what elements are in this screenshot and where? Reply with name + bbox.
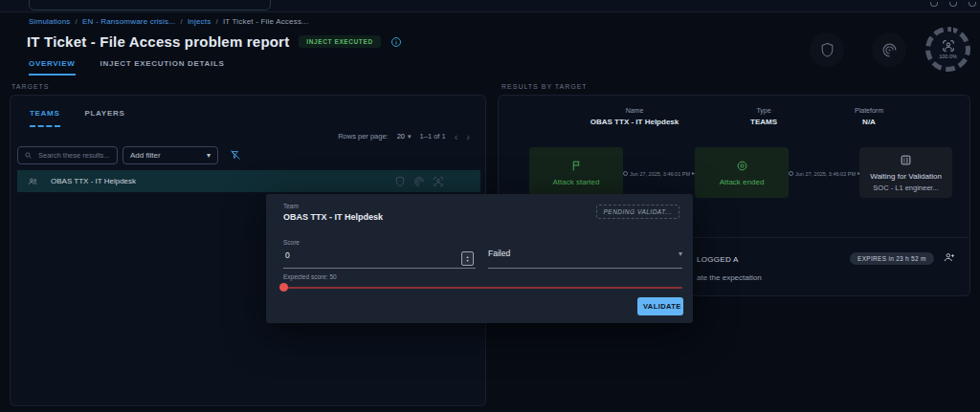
validation-dialog: Team OBAS TTX - IT Helpdesk PENDING VALI… <box>266 194 693 323</box>
breadcrumb: Simulations / EN - Ransomware crisis... … <box>29 17 308 26</box>
result-select[interactable]: Failed ▾ <box>488 249 682 258</box>
detection-button[interactable] <box>872 33 906 67</box>
tab-teams[interactable]: TEAMS <box>30 109 60 127</box>
info-icon[interactable] <box>390 36 402 48</box>
rows-per-page-label: Rows per page: <box>338 132 389 141</box>
timeline-connector: Jun 27, 2025, 3:46:01 PM ▸ <box>623 167 695 180</box>
input-underline <box>283 268 476 269</box>
team-name: OBAS TTX - IT Helpdesk <box>283 212 383 222</box>
tab-players[interactable]: PLAYERS <box>85 109 125 127</box>
expectation-title-fragment: LOGGED A <box>697 255 739 264</box>
search-box <box>17 146 118 164</box>
timeline-step-label: Waiting for Validation <box>870 172 942 181</box>
type-value: TEAMS <box>725 118 802 126</box>
timeline-connector: Jun 27, 2025, 3:46:02 PM ▸ <box>789 167 859 180</box>
platform-value: N/A <box>831 118 907 126</box>
expires-badge: EXPIRES in 23 h 52 m <box>850 252 934 265</box>
score-slider[interactable] <box>283 283 682 293</box>
platform-label: Plateform <box>831 107 907 114</box>
topbar-icon[interactable] <box>930 2 938 7</box>
status-badge: INJECT EXECUTED <box>299 35 380 48</box>
name-label: Name <box>553 107 716 114</box>
score-input[interactable] <box>283 249 451 261</box>
breadcrumb-separator: / <box>215 17 217 26</box>
target-icon <box>736 160 748 172</box>
pagination-range: 1–1 of 1 <box>420 132 446 141</box>
slider-rail <box>283 287 682 289</box>
tab-inject-execution-details[interactable]: INJECT EXECUTION DETAILS <box>100 59 225 76</box>
clear-filters-button[interactable] <box>230 149 241 161</box>
timeline-timestamp: Jun 27, 2025, 3:46:02 PM <box>795 171 856 177</box>
score-ring-value: 100.0% <box>939 54 957 59</box>
number-stepper[interactable]: ▴▾ <box>461 251 474 266</box>
page-header: IT Ticket - File Access problem report I… <box>27 33 402 50</box>
validate-button[interactable]: VALIDATE <box>637 297 683 315</box>
name-value: OBAS TTX - IT Helpdesk <box>553 118 716 126</box>
result-select-value: Failed <box>488 249 510 258</box>
chevron-down-icon: ▾ <box>466 259 468 263</box>
team-row-label: OBAS TTX - IT Helpdesk <box>51 177 383 185</box>
top-bar <box>0 0 980 12</box>
add-user-icon[interactable] <box>943 250 956 264</box>
timeline-step-waiting-validation: Waiting for Validation SOC - L1 engineer… <box>859 147 952 198</box>
add-filter-label: Add filter <box>130 151 161 160</box>
validation-grid-icon <box>900 154 912 166</box>
app-root: Simulations / EN - Ransomware crisis... … <box>0 0 980 412</box>
timeline-timestamp: Jun 27, 2025, 3:46:01 PM <box>630 171 690 177</box>
score-label: Score <box>283 239 300 246</box>
flag-icon <box>570 160 583 172</box>
shield-icon <box>394 176 406 187</box>
team-group-icon <box>27 175 39 187</box>
targets-tabs: TEAMS PLAYERS <box>30 109 124 127</box>
breadcrumb-link[interactable]: Injects <box>188 17 212 26</box>
add-filter-select[interactable]: Add filter ▾ <box>122 146 218 164</box>
vortex-icon <box>881 42 898 58</box>
breadcrumb-link[interactable]: EN - Ransomware crisis... <box>82 17 175 26</box>
slider-thumb[interactable] <box>279 283 288 292</box>
breadcrumb-current: IT Ticket - File Access... <box>223 17 309 26</box>
chevron-down-icon: ▾ <box>207 151 211 160</box>
team-label: Team <box>283 203 299 209</box>
table-row[interactable]: OBAS TTX - IT Helpdesk <box>17 170 480 192</box>
chevron-down-icon: ▾ <box>408 133 412 141</box>
next-page-button[interactable]: › <box>466 133 470 141</box>
topbar-icon[interactable] <box>949 2 957 7</box>
summary-platform: Plateform N/A <box>831 107 907 126</box>
search-icon <box>24 151 33 160</box>
shield-button[interactable] <box>810 33 844 67</box>
search-input[interactable] <box>36 150 111 161</box>
tab-overview[interactable]: OVERVIEW <box>29 59 76 76</box>
results-section-title: RESULTS BY TARGET <box>501 83 588 90</box>
summary-name: Name OBAS TTX - IT Helpdesk <box>553 107 716 126</box>
main-tabs: OVERVIEW INJECT EXECUTION DETAILS <box>29 59 225 76</box>
type-label: Type <box>725 107 802 114</box>
connector-dot-icon <box>789 171 793 176</box>
topbar-icon[interactable] <box>969 2 976 7</box>
timeline-step-attack-started: Attack started <box>529 147 623 198</box>
timeline-step-label: Attack ended <box>720 178 765 186</box>
select-underline <box>488 268 682 269</box>
summary-type: Type TEAMS <box>725 107 802 126</box>
person-target-icon <box>942 39 955 53</box>
row-status-icons <box>394 176 444 187</box>
timeline-step-label: Attack started <box>553 178 600 186</box>
breadcrumb-separator: / <box>180 17 182 26</box>
score-ring: 100.0% <box>925 27 970 72</box>
timeline-step-sublabel: SOC - L1 engineer... <box>873 184 938 192</box>
pagination: Rows per page: 20 ▾ 1–1 of 1 ‹ › <box>338 132 470 141</box>
vortex-icon <box>413 176 425 187</box>
expectation-description-fragment: ate the expectation <box>697 273 762 282</box>
chevron-down-icon: ▾ <box>679 249 682 258</box>
page-title: IT Ticket - File Access problem report <box>27 33 289 50</box>
timeline-step-attack-ended: Attack ended <box>695 147 789 198</box>
expected-score-label: Expected score: 50 <box>283 273 337 280</box>
pending-validation-badge: PENDING VALIDAT... <box>596 205 680 219</box>
global-search-input[interactable] <box>29 0 271 11</box>
person-target-icon <box>433 176 444 187</box>
breadcrumb-separator: / <box>76 17 78 26</box>
previous-page-button[interactable]: ‹ <box>455 133 458 141</box>
shield-icon <box>819 42 835 58</box>
breadcrumb-link[interactable]: Simulations <box>29 17 71 26</box>
rows-per-page-select[interactable]: 20 ▾ <box>397 132 412 141</box>
rows-per-page-value: 20 <box>397 132 405 141</box>
